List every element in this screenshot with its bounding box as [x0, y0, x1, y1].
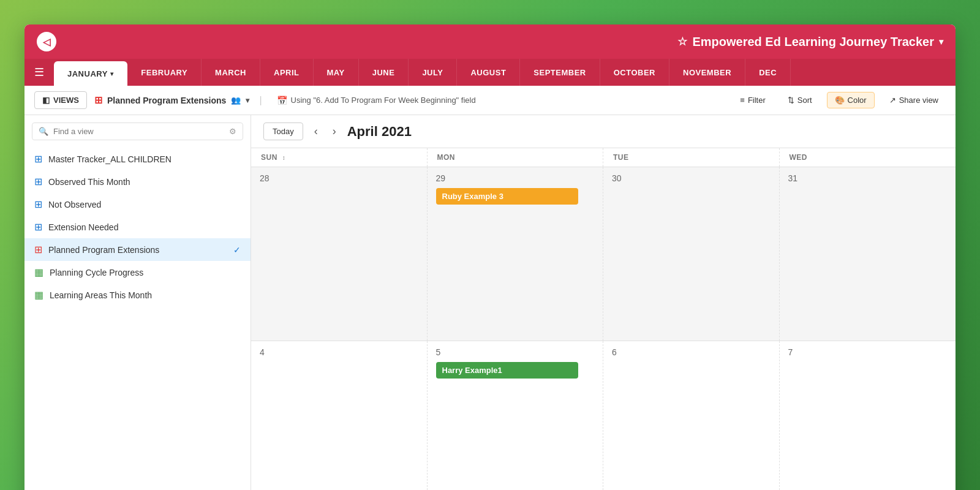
gear-icon[interactable]: ⚙	[229, 127, 236, 136]
filter-button[interactable]: ≡ Filter	[733, 92, 772, 108]
toolbar-separator: |	[259, 95, 262, 106]
field-info: 📅 Using "6. Add To Program For Week Begi…	[277, 96, 476, 105]
grid-icon: ⊞	[34, 221, 42, 233]
title-chevron-icon[interactable]: ▾	[939, 37, 943, 47]
calendar-grid-icon: ⊞	[94, 94, 102, 106]
app-logo: ◁	[37, 32, 56, 51]
calendar-row-1: 28 29 Ruby Example 3 30 31	[251, 167, 956, 341]
sidebar-item-label: Observed This Month	[48, 177, 130, 187]
cell-date: 31	[788, 173, 948, 183]
sidebar-item-master-tracker[interactable]: ⊞ Master Tracker_ALL CHILDREN	[24, 148, 251, 170]
color-button[interactable]: 🎨 Color	[827, 92, 875, 108]
calendar-title: April 2021	[347, 124, 412, 140]
tab-may[interactable]: MAY	[314, 59, 359, 86]
field-info-text: Using "6. Add To Program For Week Beginn…	[291, 96, 476, 105]
people-icon: 👥	[231, 96, 241, 105]
share-view-button[interactable]: ↗ Share view	[882, 92, 946, 108]
header-title-text: Empowered Ed Learning Journey Tracker	[692, 35, 934, 49]
calendar-cell-4: 4	[251, 341, 428, 490]
calendar-area: Today ‹ › April 2021 Sun ↕ Mon Tue Wed	[251, 115, 956, 490]
tab-october[interactable]: OCTOBER	[600, 59, 669, 86]
sidebar-item-planned-program-extensions[interactable]: ⊞ Planned Program Extensions ✓	[24, 238, 251, 261]
app-title: ☆ Empowered Ed Learning Journey Tracker …	[677, 35, 943, 49]
view-chevron-icon[interactable]: ▾	[246, 96, 249, 105]
tab-november[interactable]: NOVEMBER	[669, 59, 745, 86]
tab-march[interactable]: MARCH	[202, 59, 260, 86]
sidebar-item-label: Planned Program Extensions	[48, 245, 159, 255]
cell-date: 30	[612, 173, 771, 183]
calendar-row-2: 4 5 Harry Example1 6 7	[251, 341, 956, 490]
gauge-icon: ▦	[34, 266, 43, 278]
color-label: Color	[848, 96, 867, 105]
app-container: ◁ ☆ Empowered Ed Learning Journey Tracke…	[24, 24, 956, 490]
gauge-icon: ▦	[34, 289, 43, 301]
next-month-button[interactable]: ›	[329, 123, 340, 140]
sidebar-item-learning-areas-this-month[interactable]: ▦ Learning Areas This Month	[24, 284, 251, 306]
sidebar-search[interactable]: 🔍 ⚙	[32, 123, 243, 140]
tab-february[interactable]: FEBRUARY	[127, 59, 202, 86]
calendar-days-header: Sun ↕ Mon Tue Wed	[251, 148, 956, 167]
month-tabs: ☰ JANUARY ▾ FEBRUARY MARCH APRIL MAY JUN…	[24, 59, 956, 86]
main-content: 🔍 ⚙ ⊞ Master Tracker_ALL CHILDREN ⊞ Obse…	[24, 115, 956, 490]
tab-december[interactable]: DEC	[745, 59, 791, 86]
search-icon: 🔍	[39, 127, 48, 136]
tab-january[interactable]: JANUARY ▾	[54, 61, 127, 86]
cell-date: 4	[260, 347, 418, 357]
cell-date: 29	[436, 173, 595, 183]
views-button[interactable]: ◧ VIEWS	[34, 91, 87, 109]
cell-date: 6	[612, 347, 771, 357]
calendar-rows: 28 29 Ruby Example 3 30 31	[251, 167, 956, 490]
search-input[interactable]	[53, 127, 224, 136]
grid-icon: ⊞	[34, 153, 42, 165]
current-view-selector[interactable]: ⊞ Planned Program Extensions 👥 ▾	[94, 94, 250, 106]
sidebar-item-planning-cycle-progress[interactable]: ▦ Planning Cycle Progress	[24, 261, 251, 284]
cell-date: 7	[788, 347, 948, 357]
share-label: Share view	[899, 96, 938, 105]
app-header: ◁ ☆ Empowered Ed Learning Journey Tracke…	[24, 24, 956, 59]
tab-june[interactable]: JUNE	[359, 59, 409, 86]
sort-day-icon[interactable]: ↕	[282, 154, 286, 161]
day-header-tue: Tue	[603, 148, 780, 167]
sidebar: 🔍 ⚙ ⊞ Master Tracker_ALL CHILDREN ⊞ Obse…	[24, 115, 251, 490]
today-button[interactable]: Today	[263, 123, 303, 140]
tab-september[interactable]: SEPTEMBER	[520, 59, 600, 86]
calendar-cell-5: 5 Harry Example1	[428, 341, 604, 490]
hamburger-button[interactable]: ☰	[24, 59, 54, 86]
toolbar: ◧ VIEWS ⊞ Planned Program Extensions 👥 ▾…	[24, 86, 956, 115]
sidebar-item-label: Master Tracker_ALL CHILDREN	[48, 154, 172, 164]
sidebar-item-not-observed[interactable]: ⊞ Not Observed	[24, 193, 251, 216]
calendar-cell-7: 7	[780, 341, 956, 490]
color-icon: 🎨	[835, 96, 845, 105]
tab-april[interactable]: APRIL	[260, 59, 314, 86]
view-name-text: Planned Program Extensions	[107, 96, 227, 105]
calendar-grid: Sun ↕ Mon Tue Wed 28 29 R	[251, 148, 956, 490]
sort-button[interactable]: ⇅ Sort	[780, 92, 820, 108]
filter-icon: ≡	[740, 96, 745, 105]
sidebar-item-extension-needed[interactable]: ⊞ Extension Needed	[24, 216, 251, 238]
check-icon: ✓	[233, 245, 241, 255]
calendar-cell-29: 29 Ruby Example 3	[428, 167, 604, 341]
day-header-wed: Wed	[780, 148, 956, 167]
sidebar-item-label: Planning Cycle Progress	[50, 268, 143, 277]
filter-label: Filter	[748, 96, 766, 105]
event-harry-example1[interactable]: Harry Example1	[436, 362, 579, 379]
event-ruby-example-3[interactable]: Ruby Example 3	[436, 188, 579, 205]
sidebar-item-observed-this-month[interactable]: ⊞ Observed This Month	[24, 170, 251, 193]
cell-date: 5	[436, 347, 595, 357]
views-label: VIEWS	[53, 96, 79, 105]
grid-icon: ⊞	[34, 176, 42, 187]
grid-icon: ⊞	[34, 198, 42, 210]
calendar-cell-6: 6	[603, 341, 780, 490]
share-icon: ↗	[889, 96, 896, 105]
day-header-mon: Mon	[428, 148, 604, 167]
sidebar-item-label: Extension Needed	[48, 222, 118, 232]
sort-label: Sort	[797, 96, 812, 105]
calendar-field-icon: 📅	[277, 96, 287, 105]
prev-month-button[interactable]: ‹	[311, 123, 322, 140]
calendar-icon: ⊞	[34, 244, 42, 255]
day-header-sun: Sun ↕	[251, 148, 428, 167]
tab-august[interactable]: AUGUST	[457, 59, 520, 86]
sidebar-item-label: Not Observed	[48, 200, 101, 209]
january-chevron-icon: ▾	[110, 70, 114, 77]
tab-july[interactable]: JULY	[409, 59, 457, 86]
